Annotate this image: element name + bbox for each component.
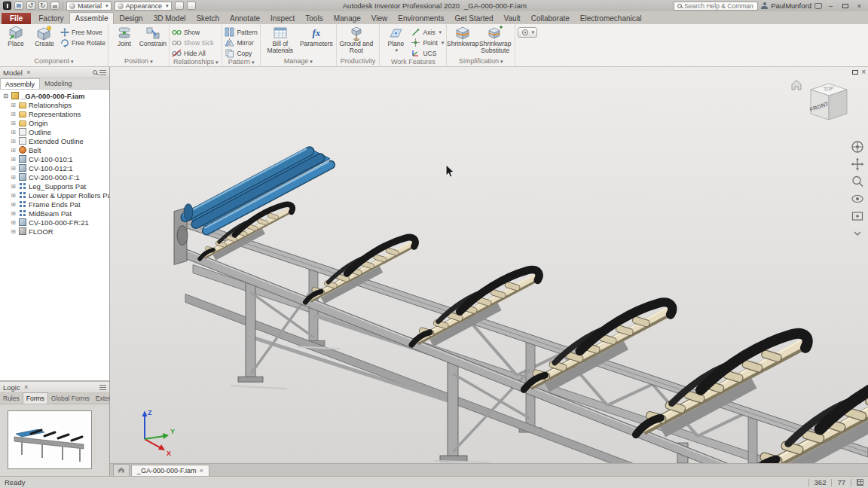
browser-search-icon[interactable] bbox=[93, 70, 97, 75]
tab-manage[interactable]: Manage bbox=[329, 13, 366, 24]
pattern-button[interactable]: Pattern bbox=[225, 27, 257, 37]
expand-icon[interactable] bbox=[10, 102, 17, 108]
constrain-button[interactable]: Constrain bbox=[139, 25, 167, 47]
help-search[interactable] bbox=[674, 2, 758, 11]
expand-icon[interactable] bbox=[10, 201, 17, 208]
view-cube[interactable]: TOP FRONT bbox=[790, 75, 859, 135]
expand-icon[interactable] bbox=[10, 210, 17, 217]
tree-item[interactable]: Extended Outline bbox=[0, 136, 109, 145]
browser-tab-assembly[interactable]: Assembly bbox=[0, 78, 40, 89]
home-icon[interactable] bbox=[792, 81, 801, 90]
tree-item[interactable]: CV-100-012:1 bbox=[0, 163, 109, 172]
expand-icon[interactable] bbox=[10, 111, 17, 117]
undo-icon[interactable] bbox=[26, 2, 35, 10]
tab-electromechanical[interactable]: Electromechanical bbox=[575, 13, 647, 24]
copy-button[interactable]: Copy bbox=[225, 48, 257, 58]
pan-icon[interactable] bbox=[850, 157, 865, 172]
free-move-button[interactable]: Free Move bbox=[60, 27, 105, 37]
component-panel-label[interactable]: Component bbox=[2, 57, 105, 66]
tab-design[interactable]: Design bbox=[114, 13, 148, 24]
tab-view[interactable]: View bbox=[366, 13, 393, 24]
tree-item[interactable]: Belt bbox=[0, 145, 109, 154]
minimize-button[interactable]: – bbox=[825, 1, 836, 11]
ucs-button[interactable]: UCS bbox=[411, 48, 444, 58]
logic-tab-forms[interactable]: Forms bbox=[23, 392, 48, 404]
hide-all-button[interactable]: Hide All bbox=[172, 48, 214, 58]
tab-assemble[interactable]: Assemble bbox=[69, 12, 115, 24]
expand-icon[interactable] bbox=[10, 165, 17, 172]
tab-collaborate[interactable]: Collaborate bbox=[526, 13, 575, 24]
productivity-panel-label[interactable]: Productivity bbox=[339, 57, 377, 66]
work-features-panel-label[interactable]: Work Features bbox=[382, 58, 444, 66]
tree-item[interactable]: FLOOR bbox=[0, 227, 109, 236]
tree-item[interactable]: CV-100-010:1 bbox=[0, 154, 109, 163]
mirror-button[interactable]: Mirror bbox=[225, 38, 257, 47]
pattern-panel-label[interactable]: Pattern bbox=[225, 58, 257, 66]
tree-item[interactable]: Origin bbox=[0, 118, 109, 127]
tree-item[interactable]: Lower & Upper Rollers Pat bbox=[0, 191, 109, 200]
show-sick-button[interactable]: Show Sick bbox=[172, 38, 214, 47]
tree-item-root[interactable]: _GA-000-000-F.iam bbox=[0, 91, 109, 100]
orbit-icon[interactable] bbox=[850, 191, 865, 206]
doc-close-icon[interactable]: × bbox=[861, 68, 866, 76]
user-name[interactable]: PaulMunford bbox=[771, 2, 811, 10]
tool-icon[interactable] bbox=[187, 2, 196, 10]
tab-tools[interactable]: Tools bbox=[300, 13, 328, 24]
logic-menu-icon[interactable] bbox=[99, 385, 106, 390]
navigation-wheel-icon[interactable] bbox=[850, 139, 865, 154]
tab-get-started[interactable]: Get Started bbox=[449, 13, 498, 24]
material-dropdown[interactable]: Material bbox=[66, 2, 112, 11]
tree-item[interactable]: MidBeam Pat bbox=[0, 209, 109, 218]
tree-item[interactable]: CV-100-000-FR:21 bbox=[0, 218, 109, 227]
position-panel-label[interactable]: Position bbox=[111, 57, 167, 66]
expand-icon[interactable] bbox=[10, 156, 17, 163]
tree-item[interactable]: Relationships bbox=[0, 100, 109, 109]
place-button[interactable]: Place bbox=[2, 25, 29, 47]
print-icon[interactable] bbox=[50, 2, 60, 10]
redo-icon[interactable] bbox=[38, 2, 47, 10]
joint-button[interactable]: Joint bbox=[111, 25, 138, 47]
tab-environments[interactable]: Environments bbox=[393, 13, 449, 24]
document-tab-active[interactable]: _GA-000-000-F.iam × bbox=[131, 465, 209, 476]
tab-sketch[interactable]: Sketch bbox=[191, 13, 225, 24]
tree-item[interactable]: CV-200-000-F:1 bbox=[0, 172, 109, 181]
look-at-icon[interactable] bbox=[850, 209, 865, 224]
show-button[interactable]: Show bbox=[172, 27, 214, 37]
manage-panel-label[interactable]: Manage bbox=[263, 57, 334, 66]
home-tab[interactable] bbox=[113, 464, 130, 476]
expand-icon[interactable] bbox=[10, 192, 17, 199]
point-button[interactable]: Point bbox=[411, 38, 444, 47]
simplification-panel-label[interactable]: Simplification bbox=[449, 57, 512, 66]
restore-button[interactable] bbox=[839, 1, 851, 11]
tab-annotate[interactable]: Annotate bbox=[225, 13, 265, 24]
create-button[interactable]: Create bbox=[31, 25, 58, 47]
free-rotate-button[interactable]: Free Rotate bbox=[60, 38, 105, 47]
tab-3d-model[interactable]: 3D Model bbox=[148, 13, 191, 24]
ribbon-options-button[interactable] bbox=[518, 27, 537, 38]
expand-icon[interactable] bbox=[10, 129, 17, 136]
save-icon[interactable] bbox=[14, 2, 23, 10]
tab-factory[interactable]: Factory bbox=[33, 13, 69, 24]
tree-item[interactable]: Leg_Supports Pat bbox=[0, 181, 109, 191]
expand-icon[interactable] bbox=[10, 228, 17, 235]
tab-inspect[interactable]: Inspect bbox=[265, 13, 300, 24]
shrinkwrap-substitute-button[interactable]: Shrinkwrap Substitute bbox=[478, 25, 512, 54]
user-avatar-icon[interactable] bbox=[761, 2, 768, 9]
store-cart-icon[interactable] bbox=[815, 3, 822, 9]
expand-icon[interactable] bbox=[10, 219, 17, 226]
expand-icon[interactable] bbox=[10, 138, 17, 145]
logic-tab-rules[interactable]: Rules bbox=[0, 393, 23, 404]
search-input[interactable] bbox=[684, 2, 753, 10]
3d-viewport-canvas[interactable]: Z X Y bbox=[110, 67, 868, 463]
plane-button[interactable]: Plane bbox=[382, 25, 409, 53]
ground-and-root-button[interactable]: Ground and Root bbox=[339, 25, 374, 54]
appearance-dropdown[interactable]: Appearance bbox=[115, 2, 172, 11]
tree-item[interactable]: Outline bbox=[0, 127, 109, 136]
parameters-button[interactable]: fx Parameters bbox=[299, 25, 334, 47]
browser-menu-icon[interactable] bbox=[99, 70, 106, 75]
expand-icon[interactable] bbox=[10, 174, 17, 181]
measure-icon[interactable] bbox=[175, 2, 184, 10]
axis-button[interactable]: Axis bbox=[411, 27, 444, 37]
tab-file[interactable]: File bbox=[2, 13, 31, 24]
inventor-logo-icon[interactable] bbox=[3, 2, 11, 10]
